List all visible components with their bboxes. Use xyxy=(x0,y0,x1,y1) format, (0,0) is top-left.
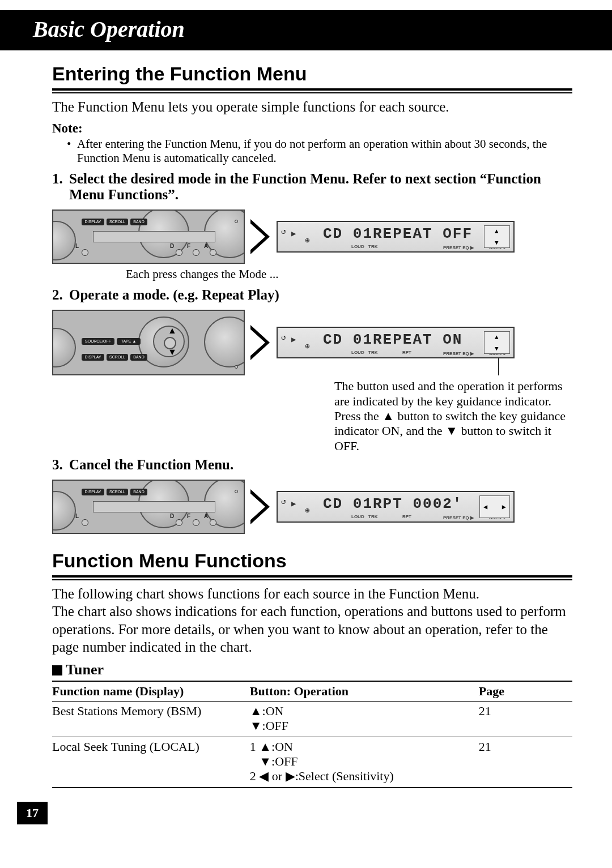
lcd-trk: TRK xyxy=(368,350,377,355)
arrow-icon xyxy=(250,489,271,524)
panel-button-display: DISPLAY xyxy=(82,489,104,495)
panel-label-a: A xyxy=(204,243,208,249)
lcd-display-2: ↺ ▶ ⊕ CD 01REPEAT ON LOUD TRK RPT PRESET… xyxy=(277,327,515,358)
section-title-entering: Entering the Function Menu xyxy=(52,63,572,86)
panel-button-tape: TAPE ▲ xyxy=(117,338,141,345)
panel-label-d: D xyxy=(170,243,174,249)
panel-button-scroll: SCROLL xyxy=(107,219,128,225)
cell-operation: 1 ▲:ON ▼:OFF 2 ◀ or ▶:Select (Sensitivit… xyxy=(250,737,479,785)
panel-button-source: SOURCE/OFF xyxy=(82,338,114,345)
panel-button-band: BAND xyxy=(130,489,147,495)
panel-label-a: A xyxy=(204,513,208,519)
page-content: Entering the Function Menu The Function … xyxy=(0,63,612,788)
chapter-header: Basic Operation xyxy=(0,10,612,50)
tuner-table: Function name (Display) Button: Operatio… xyxy=(52,681,572,788)
cell-function-name: Local Seek Tuning (LOCAL) xyxy=(52,737,250,785)
key-guidance-paragraph: The button used and the operation it per… xyxy=(334,379,572,454)
panel-button-band: BAND xyxy=(130,354,147,361)
panel-label-l: L xyxy=(75,243,79,249)
arrow-icon xyxy=(250,219,271,254)
rule xyxy=(52,579,572,580)
step-text: Select the desired mode in the Function … xyxy=(69,171,572,203)
lcd-display-1: ↺ ▶ ⊕ CD 01REPEAT OFF LOUD TRK PRESET EQ… xyxy=(277,221,515,253)
chapter-title: Basic Operation xyxy=(33,16,612,42)
panel-button-display: DISPLAY xyxy=(82,354,104,361)
lcd-display-3: ↺ ▶ ⊕ CD 01RPT 0002' LOUD TRK RPT PRESET… xyxy=(277,491,515,523)
step-text: Operate a mode. (e.g. Repeat Play) xyxy=(69,287,572,303)
tuner-heading: Tuner xyxy=(52,661,572,678)
key-guidance-box: ◀ ▶ xyxy=(479,495,510,518)
step-number: 1. xyxy=(52,171,69,203)
step-text: Cancel the Function Menu. xyxy=(69,457,572,473)
control-panel-illustration: DISPLAY SCROLL BAND L D F A xyxy=(52,480,245,534)
rule xyxy=(52,575,572,578)
table-row: Local Seek Tuning (LOCAL) 1 ▲:ON ▼:OFF 2… xyxy=(52,737,572,785)
col-function-name: Function name (Display) xyxy=(52,681,250,702)
lcd-text: CD 01REPEAT OFF xyxy=(323,225,473,242)
section2-paragraph: The following chart shows functions for … xyxy=(52,585,572,656)
step-number: 2. xyxy=(52,287,69,303)
col-button-operation: Button: Operation xyxy=(250,681,479,702)
control-panel-illustration: ▲ ▼ SOURCE/OFF TAPE ▲ DISPLAY SCROLL BAN… xyxy=(52,310,245,375)
panel-label-l: L xyxy=(75,513,79,519)
control-panel-illustration: DISPLAY SCROLL BAND L D F A xyxy=(52,209,245,264)
rule xyxy=(52,92,572,93)
lcd-loud: LOUD xyxy=(351,514,364,519)
lcd-loud: LOUD xyxy=(351,350,364,355)
panel-button-band: BAND xyxy=(130,219,147,225)
lcd-text: CD 01RPT 0002' xyxy=(323,495,462,512)
lcd-preset: PRESET EQ ▶ xyxy=(443,351,474,356)
leader-line xyxy=(498,358,499,375)
key-guidance-box: ▲▼ xyxy=(484,331,510,354)
step-3: 3. Cancel the Function Menu. xyxy=(52,457,572,473)
lcd-loud: LOUD xyxy=(351,244,364,249)
lcd-text: CD 01REPEAT ON xyxy=(323,331,462,348)
tuner-label: Tuner xyxy=(66,661,104,678)
panel-button-scroll: SCROLL xyxy=(107,354,128,361)
intro-text: The Function Menu lets you operate simpl… xyxy=(52,98,572,116)
lcd-preset: PRESET EQ ▶ xyxy=(443,245,474,250)
cell-page: 21 xyxy=(479,737,572,785)
cell-function-name: Best Stations Memory (BSM) xyxy=(52,702,250,737)
table-row: Best Stations Memory (BSM) ▲:ON ▼:OFF 21 xyxy=(52,702,572,737)
figure-caption-1: Each press changes the Mode ... xyxy=(52,267,572,281)
panel-label-f: F xyxy=(187,513,190,519)
arrow-icon xyxy=(250,325,271,360)
rule xyxy=(52,88,572,91)
lcd-rpt: RPT xyxy=(402,350,411,355)
cell-operation: ▲:ON ▼:OFF xyxy=(250,702,479,737)
figure-row-1: DISPLAY SCROLL BAND L D F A ↺ ▶ ⊕ xyxy=(52,209,572,264)
panel-button-display: DISPLAY xyxy=(82,219,104,225)
lcd-trk: TRK xyxy=(368,514,377,519)
lcd-trk: TRK xyxy=(368,244,377,249)
section-title-functions: Function Menu Functions xyxy=(52,550,572,573)
table-header-row: Function name (Display) Button: Operatio… xyxy=(52,681,572,702)
note-text: After entering the Function Menu, if you… xyxy=(77,137,572,165)
col-page: Page xyxy=(479,681,572,702)
step-2: 2. Operate a mode. (e.g. Repeat Play) xyxy=(52,287,572,303)
panel-button-scroll: SCROLL xyxy=(107,489,128,495)
step-number: 3. xyxy=(52,457,69,473)
square-bullet-icon xyxy=(52,665,62,675)
panel-label-d: D xyxy=(170,513,174,519)
figure-row-2: ▲ ▼ SOURCE/OFF TAPE ▲ DISPLAY SCROLL BAN… xyxy=(52,310,572,375)
bullet-dot: • xyxy=(67,137,77,165)
figure-row-3: DISPLAY SCROLL BAND L D F A ↺ ▶ ⊕ xyxy=(52,480,572,534)
panel-label-f: F xyxy=(187,243,190,249)
page-number: 17 xyxy=(26,806,39,820)
step-1: 1. Select the desired mode in the Functi… xyxy=(52,171,572,203)
key-guidance-box: ▲▼ xyxy=(484,225,510,248)
page-number-badge: 17 xyxy=(17,802,48,824)
note-label: Note: xyxy=(52,121,572,136)
lcd-rpt: RPT xyxy=(402,514,411,519)
note-bullet: • After entering the Function Menu, if y… xyxy=(52,137,572,165)
cell-page: 21 xyxy=(479,702,572,737)
lcd-preset: PRESET EQ ▶ xyxy=(443,515,474,520)
